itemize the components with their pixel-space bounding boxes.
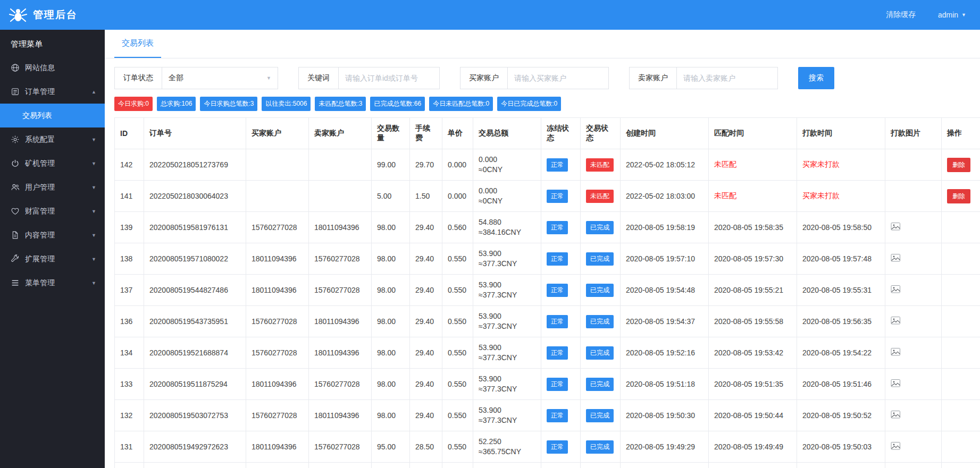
buyer-input[interactable]	[508, 67, 609, 89]
payment-image-broken-icon[interactable]	[891, 253, 901, 262]
order-status-filter: 订单状态 全部 ▼	[114, 67, 278, 89]
chevron-down-icon: ▼	[91, 209, 96, 214]
cell-price: 0.550	[442, 243, 473, 275]
cell-fee: 29.40	[410, 243, 442, 275]
globe-icon	[11, 63, 20, 72]
cell-total: 53.900≈377.3CNY	[473, 275, 541, 306]
cell-order-no: 2020080519544827486	[144, 275, 246, 306]
column-header: 单价	[442, 118, 473, 149]
sidebar-item-content-management[interactable]: 内容管理▼	[0, 223, 105, 247]
cell-actions	[942, 306, 980, 337]
sidebar-item-user-management[interactable]: 用户管理▼	[0, 175, 105, 199]
payment-image-broken-icon[interactable]	[891, 379, 901, 388]
cell-matched: 2020-08-05 19:51:35	[709, 369, 797, 400]
total-amount: 53.900	[479, 311, 535, 321]
sidebar-menu: 网站信息订单管理▲交易列表系统配置▼矿机管理▼用户管理▼财富管理▼内容管理▼扩展…	[0, 56, 105, 295]
sidebar-item-site-info[interactable]: 网站信息	[0, 56, 105, 80]
cell-id: 133	[115, 369, 144, 400]
sidebar-item-label: 财富管理	[25, 207, 55, 216]
cell-actions	[942, 275, 980, 306]
sidebar-item-wealth-management[interactable]: 财富管理▼	[0, 199, 105, 223]
cell-paid: 2020-08-05 19:54:22	[797, 337, 885, 369]
cell-freeze-status: 正常	[541, 463, 581, 468]
table-row: 142202205021805127376999.0029.700.0000.0…	[115, 149, 980, 181]
table-row: 1372020080519544827486180110943961576027…	[115, 275, 980, 306]
trade-status-badge: 未匹配	[586, 158, 614, 172]
cell-freeze-status: 正常	[541, 369, 581, 400]
payment-image-broken-icon[interactable]	[891, 285, 901, 294]
cell-trade-status: 已完成	[581, 306, 621, 337]
column-header: 打款图片	[885, 118, 942, 149]
cell-qty: 98.00	[372, 275, 410, 306]
column-header: 创建时间	[621, 118, 709, 149]
sidebar-item-menu-management[interactable]: 菜单管理▼	[0, 271, 105, 295]
total-amount: 53.900	[479, 249, 535, 259]
payment-image-broken-icon[interactable]	[891, 441, 901, 450]
column-header: 冻结状态	[541, 118, 581, 149]
cell-payment-image	[885, 337, 942, 369]
freeze-status-badge: 正常	[547, 440, 568, 454]
trade-status-badge: 未匹配	[586, 190, 614, 203]
cell-price: 0.550	[442, 275, 473, 306]
sidebar-item-system-config[interactable]: 系统配置▼	[0, 127, 105, 151]
seller-label: 卖家账户	[629, 67, 677, 89]
cell-seller: 18011094396	[309, 306, 372, 337]
cell-payment-image	[885, 149, 942, 181]
sidebar-item-label: 系统配置	[25, 135, 55, 144]
cell-actions	[942, 463, 980, 468]
cell-created: 2020-08-05 19:57:10	[621, 243, 709, 275]
trade-status-badge: 已完成	[586, 284, 614, 297]
cell-id: 131	[115, 431, 144, 463]
table-row: 1382020080519571080022180110943961576027…	[115, 243, 980, 275]
cell-actions	[942, 431, 980, 463]
cell-freeze-status: 正常	[541, 431, 581, 463]
transactions-table-wrap: ID订单号买家账户卖家账户交易数量手续费单价交易总额冻结状态交易状态创建时间匹配…	[105, 117, 980, 468]
sidebar-title: 管理菜单	[0, 30, 105, 56]
cell-payment-image	[885, 431, 942, 463]
total-amount: 53.900	[479, 280, 535, 290]
cell-freeze-status: 正常	[541, 149, 581, 181]
delete-button[interactable]: 删除	[947, 189, 970, 203]
keyword-label: 关键词	[298, 67, 339, 89]
sidebar: 管理菜单 网站信息订单管理▲交易列表系统配置▼矿机管理▼用户管理▼财富管理▼内容…	[0, 30, 105, 468]
cell-matched: 2020-08-05 19:49:49	[709, 431, 797, 463]
gears-icon	[11, 135, 20, 144]
sidebar-item-label: 扩展管理	[25, 254, 55, 264]
order-status-select[interactable]: 全部 ▼	[162, 67, 278, 89]
tab-transaction-list[interactable]: 交易列表	[114, 30, 161, 58]
cell-fee: 29.40	[410, 369, 442, 400]
cell-id: 136	[115, 306, 144, 337]
cell-matched: 2020-08-05 19:53:42	[709, 337, 797, 369]
cell-paid: 2020-08-05 19:50:03	[797, 431, 885, 463]
freeze-status-badge: 正常	[547, 190, 568, 203]
payment-image-broken-icon[interactable]	[891, 347, 901, 356]
cell-payment-image	[885, 369, 942, 400]
cell-total: 54.880≈384.16CNY	[473, 212, 541, 243]
sidebar-item-extension-management[interactable]: 扩展管理▼	[0, 247, 105, 271]
cell-fee: 28.50	[410, 431, 442, 463]
payment-image-broken-icon[interactable]	[891, 316, 901, 325]
table-row: 1342020080519521688874157602770281801109…	[115, 337, 980, 369]
payment-image-broken-icon[interactable]	[891, 410, 901, 419]
column-header: 买家账户	[246, 118, 309, 149]
cell-order-no: 2020080519543735951	[144, 306, 246, 337]
delete-button[interactable]: 删除	[947, 158, 970, 172]
user-menu[interactable]: admin ▼	[938, 11, 966, 19]
sidebar-item-transaction-list[interactable]: 交易列表	[0, 104, 105, 127]
sidebar-item-miner-management[interactable]: 矿机管理▼	[0, 151, 105, 175]
column-header: 打款时间	[797, 118, 885, 149]
clear-cache-link[interactable]: 清除缓存	[886, 10, 916, 20]
cell-seller: 18011094396	[309, 212, 372, 243]
seller-input[interactable]	[677, 67, 778, 89]
payment-image-broken-icon[interactable]	[891, 222, 901, 231]
cell-matched: 2020-08-05 19:57:30	[709, 243, 797, 275]
search-button[interactable]: 搜索	[798, 67, 834, 89]
cell-buyer: 18011094396	[246, 243, 309, 275]
cell-order-no	[144, 463, 246, 468]
cell-actions	[942, 243, 980, 275]
cell-payment-image	[885, 181, 942, 212]
sidebar-item-order-management[interactable]: 订单管理▲	[0, 80, 105, 104]
trade-status-badge: 已完成	[586, 252, 614, 266]
cell-matched: 2020-08-05 19:55:21	[709, 275, 797, 306]
keyword-input[interactable]	[339, 67, 440, 89]
